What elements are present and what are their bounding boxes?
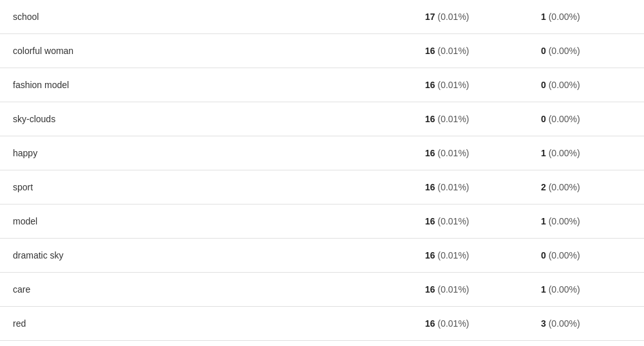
row-col2: 1 (0.00%): [528, 136, 644, 170]
table-row: care 16 (0.01%) 1 (0.00%): [0, 273, 644, 307]
col1-pct: (0.01%): [437, 182, 469, 192]
row-col2: 1 (0.00%): [528, 0, 644, 34]
col2-num: 1: [541, 12, 546, 22]
col1-pct: (0.01%): [437, 250, 469, 260]
row-col1: 16 (0.01%): [412, 136, 528, 170]
col1-pct: (0.01%): [437, 284, 469, 295]
row-col1: 16 (0.01%): [412, 68, 528, 102]
col2-num: 0: [541, 80, 546, 90]
col1-num: 16: [425, 80, 435, 90]
row-label: model: [0, 205, 412, 239]
row-col1: 16 (0.01%): [412, 102, 528, 136]
col1-num: 16: [425, 318, 435, 329]
row-col1: 17 (0.01%): [412, 0, 528, 34]
table-row: dramatic sky 16 (0.01%) 0 (0.00%): [0, 239, 644, 273]
col2-pct: (0.00%): [549, 148, 580, 158]
row-col2: 3 (0.00%): [528, 307, 644, 341]
row-label: colorful woman: [0, 34, 412, 68]
data-table: school 17 (0.01%) 1 (0.00%) colorful wom…: [0, 0, 644, 341]
table-row: sport 16 (0.01%) 2 (0.00%): [0, 170, 644, 205]
col2-num: 1: [541, 216, 546, 226]
col1-pct: (0.01%): [437, 318, 469, 329]
table-row: happy 16 (0.01%) 1 (0.00%): [0, 136, 644, 170]
table-row: fashion model 16 (0.01%) 0 (0.00%): [0, 68, 644, 102]
row-col2: 2 (0.00%): [528, 170, 644, 205]
row-col2: 0 (0.00%): [528, 239, 644, 273]
row-col2: 0 (0.00%): [528, 102, 644, 136]
col2-pct: (0.00%): [549, 216, 580, 226]
col2-pct: (0.00%): [549, 46, 580, 56]
col2-num: 1: [541, 284, 546, 295]
row-col1: 16 (0.01%): [412, 170, 528, 205]
row-col1: 16 (0.01%): [412, 34, 528, 68]
col2-pct: (0.00%): [549, 318, 580, 329]
col2-pct: (0.00%): [549, 80, 580, 90]
row-label: dramatic sky: [0, 239, 412, 273]
row-label: fashion model: [0, 68, 412, 102]
col1-pct: (0.01%): [437, 148, 469, 158]
row-label: care: [0, 273, 412, 307]
col2-pct: (0.00%): [549, 284, 580, 295]
col1-pct: (0.01%): [437, 80, 469, 90]
col2-num: 0: [541, 250, 546, 260]
col1-pct: (0.01%): [437, 216, 469, 226]
col1-num: 16: [425, 284, 435, 295]
row-col1: 16 (0.01%): [412, 239, 528, 273]
row-col2: 0 (0.00%): [528, 68, 644, 102]
col1-num: 16: [425, 182, 435, 192]
col1-pct: (0.01%): [437, 46, 469, 56]
col2-pct: (0.00%): [549, 12, 580, 22]
table-row: red 16 (0.01%) 3 (0.00%): [0, 307, 644, 341]
col2-num: 1: [541, 148, 546, 158]
col1-num: 16: [425, 148, 435, 158]
col1-pct: (0.01%): [437, 114, 469, 124]
col1-num: 16: [425, 114, 435, 124]
col1-pct: (0.01%): [437, 12, 469, 22]
row-label: red: [0, 307, 412, 341]
col2-pct: (0.00%): [549, 114, 580, 124]
row-label: happy: [0, 136, 412, 170]
row-col2: 1 (0.00%): [528, 273, 644, 307]
col1-num: 16: [425, 46, 435, 56]
row-col1: 16 (0.01%): [412, 307, 528, 341]
col1-num: 16: [425, 216, 435, 226]
row-label: sport: [0, 170, 412, 205]
col2-pct: (0.00%): [549, 182, 580, 192]
table-row: sky-clouds 16 (0.01%) 0 (0.00%): [0, 102, 644, 136]
col2-pct: (0.00%): [549, 250, 580, 260]
table-row: colorful woman 16 (0.01%) 0 (0.00%): [0, 34, 644, 68]
col1-num: 17: [425, 12, 435, 22]
row-col1: 16 (0.01%): [412, 273, 528, 307]
row-label: sky-clouds: [0, 102, 412, 136]
table-row: model 16 (0.01%) 1 (0.00%): [0, 205, 644, 239]
col2-num: 3: [541, 318, 546, 329]
col2-num: 2: [541, 182, 546, 192]
col2-num: 0: [541, 114, 546, 124]
col1-num: 16: [425, 250, 435, 260]
table-row: school 17 (0.01%) 1 (0.00%): [0, 0, 644, 34]
row-col2: 0 (0.00%): [528, 34, 644, 68]
row-label: school: [0, 0, 412, 34]
col2-num: 0: [541, 46, 546, 56]
row-col1: 16 (0.01%): [412, 205, 528, 239]
row-col2: 1 (0.00%): [528, 205, 644, 239]
